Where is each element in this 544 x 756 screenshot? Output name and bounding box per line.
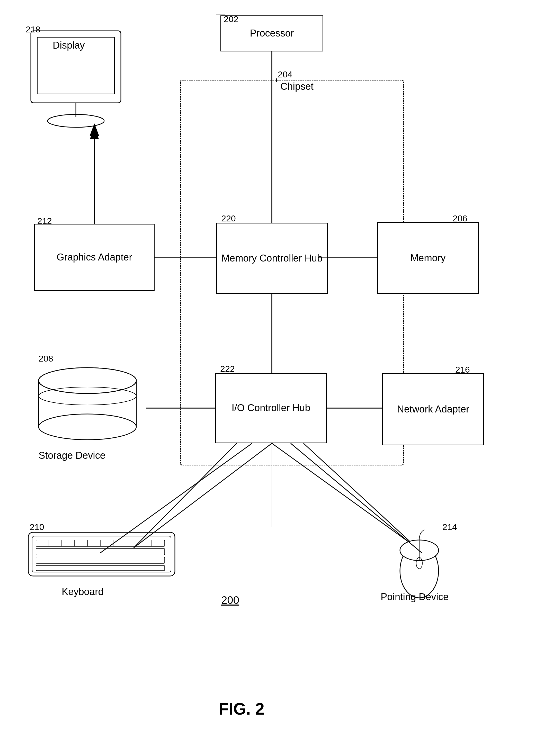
keyboard-icon (26, 527, 180, 584)
graphics-box: Graphics Adapter (34, 224, 155, 291)
memory-label: Memory (410, 252, 445, 264)
mch-box: Memory Controller Hub (216, 223, 328, 294)
ioch-label: I/O Controller Hub (231, 402, 310, 414)
memory-ref: 206 (453, 213, 467, 223)
network-ref: 216 (455, 365, 470, 375)
storage-icon (33, 360, 152, 447)
processor-label: Processor (250, 27, 294, 40)
pointing-label: Pointing Device (381, 591, 449, 602)
keyboard-ref: 210 (30, 522, 44, 532)
processor-ref: 202 (224, 14, 238, 24)
ioch-box: I/O Controller Hub (215, 373, 327, 443)
mch-label: Memory Controller Hub (221, 252, 323, 265)
svg-point-16 (39, 414, 136, 440)
diagram-container: Processor 202 — Chipset 204 Memory Contr… (0, 0, 544, 756)
svg-rect-28 (36, 565, 165, 571)
fig-label: FIG. 2 (219, 699, 264, 718)
graphics-label: Graphics Adapter (57, 251, 132, 264)
storage-ref: 208 (39, 354, 53, 364)
svg-rect-23 (28, 532, 175, 576)
network-label: Network Adapter (397, 403, 469, 416)
svg-rect-27 (36, 557, 165, 563)
ioch-ref: 222 (220, 364, 235, 374)
chipset-label: Chipset (280, 81, 314, 92)
mch-ref: 220 (221, 213, 236, 223)
display-label: Display (53, 40, 85, 51)
network-box: Network Adapter (382, 373, 484, 445)
memory-box: Memory (377, 222, 479, 294)
svg-rect-24 (32, 536, 171, 572)
display-ref: 218 (26, 24, 40, 34)
pointing-ref: 214 (442, 522, 457, 532)
svg-rect-26 (36, 548, 165, 555)
storage-label: Storage Device (39, 450, 105, 461)
chipset-ref: 204 (278, 69, 292, 79)
keyboard-label: Keyboard (62, 586, 104, 597)
diagram-number: 200 (221, 594, 239, 606)
graphics-ref: 212 (37, 216, 52, 226)
